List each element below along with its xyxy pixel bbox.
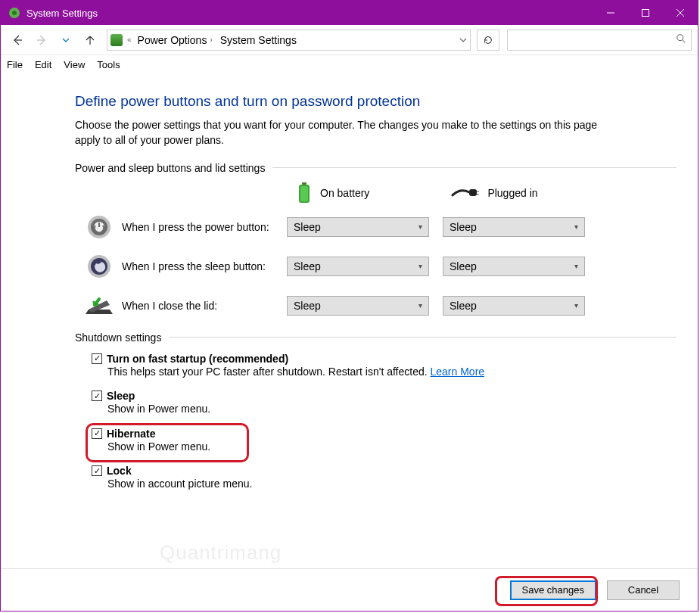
maximize-button[interactable]: [628, 1, 663, 25]
chevron-down-icon: ▾: [418, 222, 422, 231]
select-lid-battery[interactable]: Sleep ▾: [287, 296, 429, 316]
save-changes-button[interactable]: Save changes: [510, 580, 596, 600]
checkbox-hibernate[interactable]: [92, 428, 102, 439]
group-shutdown-settings: Shutdown settings: [75, 331, 677, 344]
svg-rect-7: [469, 189, 477, 196]
svg-point-3: [677, 35, 683, 41]
checkbox-lock[interactable]: [92, 465, 102, 476]
option-sleep: Sleep Show in Power menu.: [90, 388, 677, 419]
breadcrumb-parent[interactable]: Power Options ›: [136, 34, 214, 46]
address-bar[interactable]: « Power Options › System Settings: [107, 30, 471, 51]
location-icon: [110, 34, 123, 46]
cancel-label: Cancel: [628, 584, 658, 596]
row-power-button-label: When I press the power button:: [116, 221, 287, 233]
checkbox-sleep[interactable]: [92, 391, 102, 401]
chevron-left-icon: «: [127, 36, 132, 44]
save-changes-label: Save changes: [522, 584, 584, 596]
option-fast-startup-label: Turn on fast startup (recommended): [107, 353, 288, 365]
select-sleep-button-plugged[interactable]: Sleep ▾: [443, 257, 585, 276]
back-button[interactable]: [7, 30, 28, 51]
column-on-battery: On battery: [296, 182, 369, 204]
select-value: Sleep: [450, 300, 477, 312]
svg-point-1: [12, 11, 17, 15]
option-lock: Lock Show in account picture menu.: [90, 463, 677, 493]
menu-edit[interactable]: Edit: [35, 59, 51, 70]
titlebar: System Settings: [1, 1, 698, 25]
select-value: Sleep: [450, 221, 477, 233]
history-dropdown-button[interactable]: [55, 30, 76, 51]
breadcrumb-current[interactable]: System Settings: [219, 34, 298, 46]
chevron-right-icon: ›: [210, 36, 212, 44]
svg-rect-8: [477, 191, 479, 192]
learn-more-link[interactable]: Learn More: [431, 366, 485, 378]
menu-file[interactable]: File: [7, 59, 23, 70]
breadcrumb-current-label: System Settings: [220, 34, 297, 46]
select-value: Sleep: [294, 260, 321, 272]
navigation-toolbar: « Power Options › System Settings: [1, 25, 698, 55]
search-input[interactable]: [507, 30, 692, 51]
row-power-button: When I press the power button: Sleep ▾ S…: [75, 213, 677, 241]
close-button[interactable]: [663, 1, 698, 25]
option-sleep-desc: Show in Power menu.: [92, 402, 675, 417]
search-icon: [676, 33, 686, 46]
option-fast-startup: Turn on fast startup (recommended) This …: [90, 351, 677, 381]
row-sleep-button-label: When I press the sleep button:: [116, 260, 287, 272]
chevron-down-icon: ▾: [418, 301, 422, 310]
menu-view[interactable]: View: [64, 59, 85, 70]
address-dropdown-button[interactable]: [459, 34, 467, 46]
group-power-sleep-lid-label: Power and sleep buttons and lid settings: [75, 162, 265, 174]
row-close-lid-label: When I close the lid:: [116, 300, 287, 312]
svg-rect-6: [300, 186, 308, 201]
group-shutdown-settings-label: Shutdown settings: [75, 331, 161, 344]
option-sleep-label: Sleep: [107, 390, 135, 402]
divider: [169, 337, 677, 338]
window-controls: [593, 1, 698, 25]
option-fast-startup-desc: This helps start your PC faster after sh…: [107, 366, 431, 378]
chevron-down-icon: ▾: [574, 262, 578, 270]
menubar: File Edit View Tools: [1, 55, 698, 75]
svg-rect-4: [302, 182, 306, 185]
menu-tools[interactable]: Tools: [97, 59, 120, 70]
select-value: Sleep: [294, 221, 321, 233]
refresh-button[interactable]: [477, 30, 499, 51]
content-area: Define power buttons and turn on passwor…: [1, 75, 698, 568]
row-sleep-button: When I press the sleep button: Sleep ▾ S…: [75, 253, 677, 280]
checkbox-fast-startup[interactable]: [92, 353, 102, 364]
breadcrumb-parent-label: Power Options: [138, 34, 207, 46]
page-description: Choose the power settings that you want …: [75, 117, 620, 148]
lid-icon: [82, 292, 116, 319]
footer: Save changes Cancel: [1, 568, 698, 611]
select-value: Sleep: [294, 300, 321, 312]
sleep-button-icon: [82, 253, 116, 280]
minimize-button[interactable]: [593, 1, 628, 25]
option-hibernate-desc: Show in Power menu.: [92, 440, 675, 455]
chevron-down-icon: ▾: [418, 262, 422, 270]
plug-icon: [451, 186, 480, 200]
page-title: Define power buttons and turn on passwor…: [75, 93, 677, 110]
select-power-button-plugged[interactable]: Sleep ▾: [443, 217, 585, 237]
select-power-button-battery[interactable]: Sleep ▾: [287, 217, 429, 237]
battery-icon: [296, 182, 313, 204]
shutdown-settings-list: Turn on fast startup (recommended) This …: [75, 351, 677, 493]
cancel-button[interactable]: Cancel: [607, 580, 680, 600]
option-lock-label: Lock: [107, 465, 132, 477]
column-plugged-in: Plugged in: [451, 186, 537, 200]
watermark: Quantrimang: [160, 541, 282, 565]
select-lid-plugged[interactable]: Sleep ▾: [443, 296, 585, 316]
option-lock-desc: Show in account picture menu.: [92, 477, 675, 492]
chevron-down-icon: ▾: [574, 301, 578, 310]
power-button-icon: [82, 213, 116, 241]
row-close-lid: When I close the lid: Sleep ▾ Sleep ▾: [75, 292, 677, 319]
window-title: System Settings: [26, 8, 98, 19]
option-hibernate: Hibernate Show in Power menu.: [90, 426, 677, 456]
select-sleep-button-battery[interactable]: Sleep ▾: [287, 257, 429, 276]
system-settings-window: System Settings «: [0, 0, 698, 611]
chevron-down-icon: ▾: [574, 222, 578, 231]
column-plugged-in-label: Plugged in: [487, 187, 537, 199]
divider: [272, 167, 677, 168]
app-icon: [8, 7, 20, 19]
column-on-battery-label: On battery: [320, 187, 369, 199]
up-button[interactable]: [79, 30, 101, 51]
columns-header: On battery Plugged in: [75, 182, 677, 204]
forward-button[interactable]: [31, 30, 52, 51]
